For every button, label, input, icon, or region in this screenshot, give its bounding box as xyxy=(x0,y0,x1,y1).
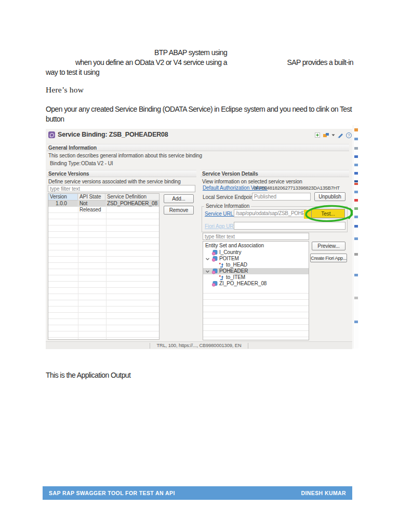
paragraph-line-1: Open your any created Service Binding (O… xyxy=(46,105,352,113)
entity-filter-input[interactable] xyxy=(203,233,309,240)
versions-filter-input[interactable] xyxy=(48,185,195,192)
remove-button-wrap: Remove xyxy=(164,206,194,215)
intro-line-2: when you define an OData V2 or V4 servic… xyxy=(46,58,353,66)
tree-item-to-head[interactable]: to_HEAD xyxy=(203,262,309,268)
column-header-api-state[interactable]: API State xyxy=(78,194,105,200)
details-description: View information on selected service ver… xyxy=(202,179,302,184)
service-url-link[interactable]: Service URL: xyxy=(205,211,235,217)
details-header: Service Version Details xyxy=(201,170,349,177)
activate-icon[interactable] xyxy=(323,132,329,138)
service-binding-editor: Service Binding: ZSB_POHEADER08 ? Genera… xyxy=(46,129,352,349)
entity-filter-wrap xyxy=(203,233,309,240)
status-text: TRL, 100, https://..., CB9980001309, EN xyxy=(150,343,248,349)
tree-item-zi-po-header-08[interactable]: ZI_PO_HEADER_08 xyxy=(203,281,309,287)
test-button[interactable]: Test... xyxy=(311,209,345,218)
chevron-down-icon[interactable] xyxy=(205,269,210,274)
intro-line-3: way to test it using xyxy=(46,68,99,76)
chevron-down-icon[interactable] xyxy=(205,257,210,261)
add-button[interactable]: Add... xyxy=(164,194,194,203)
cell-version: 1.0.0 xyxy=(48,201,78,207)
tree-item-poheader[interactable]: POHEADER xyxy=(203,268,309,274)
association-icon xyxy=(219,275,224,281)
service-binding-icon xyxy=(48,131,55,138)
intro-line-1: BTP ABAP system using xyxy=(46,48,353,57)
footer-author: DINESH KUMAR xyxy=(301,490,346,496)
binding-type-value: OData V2 - UI xyxy=(81,161,113,166)
entity-set-icon xyxy=(211,256,218,262)
table-row[interactable]: 1.0.0 Not Released ZSD_POHEADER_08 xyxy=(48,201,159,207)
section-heading: Here’s how xyxy=(46,85,84,95)
add-button-wrap: Add... xyxy=(164,194,194,203)
service-versions-description: Define service versions associated with … xyxy=(48,179,181,184)
general-info-description: This section describes general informati… xyxy=(48,153,202,158)
service-url-input[interactable] xyxy=(234,209,307,217)
cell-service-definition: ZSD_POHEADER_08 xyxy=(105,201,159,207)
empty-table-rows xyxy=(48,207,159,339)
edit-icon[interactable] xyxy=(337,132,344,138)
default-auth-value: 0FF00481820627713398823DA135B7HT xyxy=(254,185,340,191)
footer-bar: SAP RAP SWAGGER TOOL FOR TEST AN API DIN… xyxy=(43,486,352,500)
tree-item-poitem[interactable]: POITEM xyxy=(203,256,309,262)
endpoint-status-input[interactable] xyxy=(252,193,311,201)
empty-tree-rows xyxy=(203,287,309,340)
entity-set-icon xyxy=(211,268,218,274)
service-url-input-wrap xyxy=(234,209,307,217)
local-endpoint-label: Local Service Endpoint: xyxy=(203,194,256,200)
fiori-url-input-wrap xyxy=(234,222,345,230)
output-caption: This is the Application Output xyxy=(46,371,130,379)
create-fiori-app-button[interactable]: Create Fiori App... xyxy=(310,254,347,262)
footer-title: SAP RAP SWAGGER TOOL FOR TEST AN API xyxy=(49,490,175,496)
unpublish-button[interactable]: Unpublish xyxy=(314,192,345,201)
general-info-header: General Information xyxy=(47,144,349,151)
entity-set-icon xyxy=(211,249,218,256)
help-icon[interactable]: ? xyxy=(346,132,352,138)
service-versions-header: Service Versions xyxy=(47,170,196,177)
association-icon xyxy=(219,262,224,268)
binding-type-label: Binding Type: xyxy=(50,161,81,166)
create-fiori-button-wrap: Create Fiori App... xyxy=(310,254,347,262)
column-header-service-definition[interactable]: Service Definition xyxy=(105,194,159,200)
preview-button-wrap: Preview... xyxy=(312,242,345,250)
editor-toolbar: ? xyxy=(314,132,352,138)
service-information-label: Service Information xyxy=(204,203,251,209)
cell-api-state: Not Released xyxy=(78,201,105,207)
versions-filter-wrap xyxy=(48,185,195,192)
column-header-version[interactable]: Version xyxy=(48,194,78,200)
preview-button[interactable]: Preview... xyxy=(312,242,345,250)
versions-table: Version API State Service Definition 1.0… xyxy=(48,193,159,340)
entity-tree-header: Entity Set and Association xyxy=(203,243,309,249)
entity-set-icon xyxy=(211,281,218,287)
unpublish-button-wrap: Unpublish xyxy=(314,192,345,201)
remove-button[interactable]: Remove xyxy=(164,206,194,215)
document-page: BTP ABAP system using when you define an… xyxy=(0,0,399,532)
editor-title: Service Binding: ZSB_POHEADER08 xyxy=(58,131,168,138)
page-edge-annotations xyxy=(353,125,358,349)
fiori-app-url-input[interactable] xyxy=(234,222,345,230)
dropdown-caret-icon[interactable] xyxy=(331,132,335,138)
tree-item-i-country[interactable]: I_Country xyxy=(203,249,309,256)
test-button-wrap: Test... xyxy=(311,209,345,218)
versions-table-header: Version API State Service Definition xyxy=(48,194,159,201)
fiori-app-url-link: Fiori App URL: xyxy=(205,223,238,229)
endpoint-input-wrap xyxy=(252,193,311,201)
tree-item-to-item[interactable]: to_ITEM xyxy=(203,274,309,281)
status-bar: TRL, 100, https://..., CB9980001309, EN xyxy=(46,341,352,349)
entity-tree: Entity Set and Association I_Country POI… xyxy=(203,241,309,340)
export-icon[interactable] xyxy=(314,132,321,138)
paragraph-line-2: button xyxy=(46,115,64,123)
